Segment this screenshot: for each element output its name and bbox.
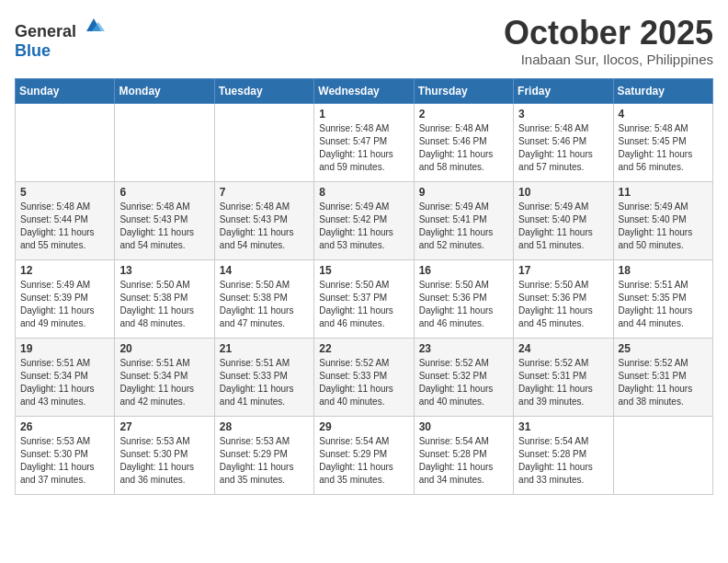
day-info: Sunrise: 5:52 AM Sunset: 5:31 PM Dayligh… bbox=[619, 357, 708, 408]
logo-icon bbox=[83, 15, 105, 37]
day-number: 27 bbox=[119, 420, 209, 433]
table-cell: 14Sunrise: 5:50 AM Sunset: 5:38 PM Dayli… bbox=[214, 259, 313, 338]
day-number: 2 bbox=[419, 108, 508, 121]
logo-general-text: General bbox=[15, 22, 76, 40]
month-title: October 2025 bbox=[504, 15, 713, 52]
table-cell: 12Sunrise: 5:49 AM Sunset: 5:39 PM Dayli… bbox=[16, 259, 115, 338]
table-cell: 10Sunrise: 5:49 AM Sunset: 5:40 PM Dayli… bbox=[514, 181, 613, 259]
day-number: 25 bbox=[619, 342, 708, 355]
table-cell: 15Sunrise: 5:50 AM Sunset: 5:37 PM Dayli… bbox=[314, 259, 414, 338]
day-info: Sunrise: 5:48 AM Sunset: 5:43 PM Dayligh… bbox=[119, 201, 209, 252]
col-sunday: Sunday bbox=[16, 78, 115, 103]
day-number: 31 bbox=[518, 420, 608, 433]
day-number: 21 bbox=[220, 342, 309, 355]
day-info: Sunrise: 5:48 AM Sunset: 5:45 PM Dayligh… bbox=[619, 122, 708, 174]
week-row-1: 1Sunrise: 5:48 AM Sunset: 5:47 PM Daylig… bbox=[16, 103, 713, 181]
table-cell: 29Sunrise: 5:54 AM Sunset: 5:29 PM Dayli… bbox=[314, 416, 414, 494]
day-info: Sunrise: 5:48 AM Sunset: 5:47 PM Dayligh… bbox=[319, 122, 408, 174]
table-cell: 13Sunrise: 5:50 AM Sunset: 5:38 PM Dayli… bbox=[115, 259, 214, 338]
day-info: Sunrise: 5:53 AM Sunset: 5:30 PM Dayligh… bbox=[119, 435, 209, 487]
table-cell: 31Sunrise: 5:54 AM Sunset: 5:28 PM Dayli… bbox=[514, 416, 613, 494]
day-number: 10 bbox=[518, 186, 608, 199]
table-cell: 17Sunrise: 5:50 AM Sunset: 5:36 PM Dayli… bbox=[514, 259, 613, 338]
table-cell bbox=[115, 103, 214, 181]
day-info: Sunrise: 5:51 AM Sunset: 5:34 PM Dayligh… bbox=[20, 357, 109, 408]
day-number: 3 bbox=[518, 108, 608, 121]
col-wednesday: Wednesday bbox=[314, 78, 414, 103]
day-info: Sunrise: 5:51 AM Sunset: 5:35 PM Dayligh… bbox=[619, 279, 708, 330]
table-cell bbox=[16, 103, 115, 181]
day-info: Sunrise: 5:52 AM Sunset: 5:33 PM Dayligh… bbox=[319, 357, 408, 408]
table-cell: 18Sunrise: 5:51 AM Sunset: 5:35 PM Dayli… bbox=[613, 259, 712, 338]
day-number: 8 bbox=[319, 186, 408, 199]
table-cell: 8Sunrise: 5:49 AM Sunset: 5:42 PM Daylig… bbox=[314, 181, 414, 259]
table-cell: 28Sunrise: 5:53 AM Sunset: 5:29 PM Dayli… bbox=[214, 416, 313, 494]
day-number: 12 bbox=[20, 264, 109, 277]
day-info: Sunrise: 5:53 AM Sunset: 5:29 PM Dayligh… bbox=[220, 435, 309, 487]
day-info: Sunrise: 5:52 AM Sunset: 5:32 PM Dayligh… bbox=[419, 357, 508, 408]
day-info: Sunrise: 5:50 AM Sunset: 5:38 PM Dayligh… bbox=[220, 279, 309, 330]
table-cell: 3Sunrise: 5:48 AM Sunset: 5:46 PM Daylig… bbox=[514, 103, 613, 181]
day-info: Sunrise: 5:51 AM Sunset: 5:34 PM Dayligh… bbox=[119, 357, 209, 408]
table-cell: 20Sunrise: 5:51 AM Sunset: 5:34 PM Dayli… bbox=[115, 338, 214, 416]
day-info: Sunrise: 5:50 AM Sunset: 5:38 PM Dayligh… bbox=[119, 279, 209, 330]
day-info: Sunrise: 5:54 AM Sunset: 5:28 PM Dayligh… bbox=[518, 435, 608, 487]
day-info: Sunrise: 5:49 AM Sunset: 5:40 PM Dayligh… bbox=[518, 201, 608, 252]
table-cell: 23Sunrise: 5:52 AM Sunset: 5:32 PM Dayli… bbox=[414, 338, 513, 416]
table-cell: 30Sunrise: 5:54 AM Sunset: 5:28 PM Dayli… bbox=[414, 416, 513, 494]
col-tuesday: Tuesday bbox=[214, 78, 313, 103]
day-number: 26 bbox=[20, 420, 109, 433]
logo: General Blue bbox=[15, 15, 105, 61]
day-info: Sunrise: 5:51 AM Sunset: 5:33 PM Dayligh… bbox=[220, 357, 309, 408]
table-cell: 25Sunrise: 5:52 AM Sunset: 5:31 PM Dayli… bbox=[613, 338, 712, 416]
col-thursday: Thursday bbox=[414, 78, 513, 103]
col-friday: Friday bbox=[514, 78, 613, 103]
day-number: 14 bbox=[220, 264, 309, 277]
day-number: 22 bbox=[319, 342, 408, 355]
day-number: 16 bbox=[419, 264, 508, 277]
day-number: 1 bbox=[319, 108, 408, 121]
table-cell: 22Sunrise: 5:52 AM Sunset: 5:33 PM Dayli… bbox=[314, 338, 414, 416]
table-cell bbox=[613, 416, 712, 494]
day-info: Sunrise: 5:48 AM Sunset: 5:46 PM Dayligh… bbox=[518, 122, 608, 174]
week-row-5: 26Sunrise: 5:53 AM Sunset: 5:30 PM Dayli… bbox=[16, 416, 713, 494]
day-number: 17 bbox=[518, 264, 608, 277]
day-number: 5 bbox=[20, 186, 109, 199]
table-cell: 11Sunrise: 5:49 AM Sunset: 5:40 PM Dayli… bbox=[613, 181, 712, 259]
table-cell: 1Sunrise: 5:48 AM Sunset: 5:47 PM Daylig… bbox=[314, 103, 414, 181]
day-number: 19 bbox=[20, 342, 109, 355]
day-number: 23 bbox=[419, 342, 508, 355]
week-row-4: 19Sunrise: 5:51 AM Sunset: 5:34 PM Dayli… bbox=[16, 338, 713, 416]
day-number: 18 bbox=[619, 264, 708, 277]
day-info: Sunrise: 5:50 AM Sunset: 5:37 PM Dayligh… bbox=[319, 279, 408, 330]
day-number: 11 bbox=[619, 186, 708, 199]
day-info: Sunrise: 5:54 AM Sunset: 5:29 PM Dayligh… bbox=[319, 435, 408, 487]
day-number: 6 bbox=[119, 186, 209, 199]
day-info: Sunrise: 5:54 AM Sunset: 5:28 PM Dayligh… bbox=[419, 435, 508, 487]
day-info: Sunrise: 5:49 AM Sunset: 5:39 PM Dayligh… bbox=[20, 279, 109, 330]
day-info: Sunrise: 5:48 AM Sunset: 5:43 PM Dayligh… bbox=[220, 201, 309, 252]
day-number: 28 bbox=[220, 420, 309, 433]
page-header: General Blue October 2025 Inabaan Sur, I… bbox=[15, 15, 713, 67]
table-cell: 5Sunrise: 5:48 AM Sunset: 5:44 PM Daylig… bbox=[16, 181, 115, 259]
table-cell: 6Sunrise: 5:48 AM Sunset: 5:43 PM Daylig… bbox=[115, 181, 214, 259]
calendar-header-row: Sunday Monday Tuesday Wednesday Thursday… bbox=[16, 78, 713, 103]
location-subtitle: Inabaan Sur, Ilocos, Philippines bbox=[504, 52, 713, 67]
day-info: Sunrise: 5:49 AM Sunset: 5:42 PM Dayligh… bbox=[319, 201, 408, 252]
table-cell: 24Sunrise: 5:52 AM Sunset: 5:31 PM Dayli… bbox=[514, 338, 613, 416]
day-info: Sunrise: 5:50 AM Sunset: 5:36 PM Dayligh… bbox=[518, 279, 608, 330]
day-number: 15 bbox=[319, 264, 408, 277]
table-cell: 16Sunrise: 5:50 AM Sunset: 5:36 PM Dayli… bbox=[414, 259, 513, 338]
calendar-table: Sunday Monday Tuesday Wednesday Thursday… bbox=[15, 78, 713, 495]
table-cell: 4Sunrise: 5:48 AM Sunset: 5:45 PM Daylig… bbox=[613, 103, 712, 181]
day-info: Sunrise: 5:48 AM Sunset: 5:46 PM Dayligh… bbox=[419, 122, 508, 174]
day-number: 4 bbox=[619, 108, 708, 121]
table-cell: 21Sunrise: 5:51 AM Sunset: 5:33 PM Dayli… bbox=[214, 338, 313, 416]
week-row-2: 5Sunrise: 5:48 AM Sunset: 5:44 PM Daylig… bbox=[16, 181, 713, 259]
day-info: Sunrise: 5:48 AM Sunset: 5:44 PM Dayligh… bbox=[20, 201, 109, 252]
day-number: 20 bbox=[119, 342, 209, 355]
logo-blue-text: Blue bbox=[15, 41, 51, 60]
day-number: 13 bbox=[119, 264, 209, 277]
col-monday: Monday bbox=[115, 78, 214, 103]
day-number: 24 bbox=[518, 342, 608, 355]
